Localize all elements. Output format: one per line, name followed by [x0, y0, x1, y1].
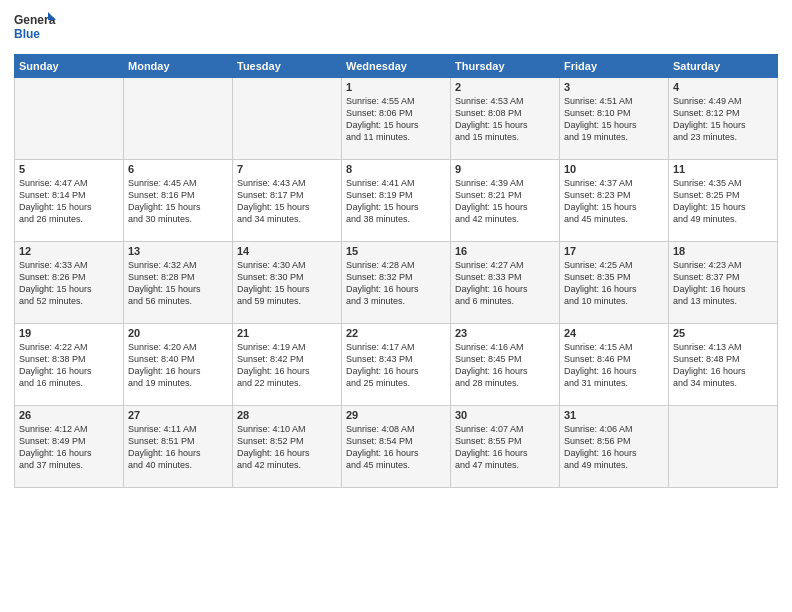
day-number: 26	[19, 409, 119, 421]
day-info: Sunrise: 4:35 AM Sunset: 8:25 PM Dayligh…	[673, 177, 773, 226]
day-cell: 10Sunrise: 4:37 AM Sunset: 8:23 PM Dayli…	[560, 160, 669, 242]
logo-svg: General Blue	[14, 10, 56, 46]
day-number: 10	[564, 163, 664, 175]
day-number: 2	[455, 81, 555, 93]
day-info: Sunrise: 4:17 AM Sunset: 8:43 PM Dayligh…	[346, 341, 446, 390]
day-cell: 5Sunrise: 4:47 AM Sunset: 8:14 PM Daylig…	[15, 160, 124, 242]
day-info: Sunrise: 4:13 AM Sunset: 8:48 PM Dayligh…	[673, 341, 773, 390]
day-info: Sunrise: 4:53 AM Sunset: 8:08 PM Dayligh…	[455, 95, 555, 144]
day-cell: 24Sunrise: 4:15 AM Sunset: 8:46 PM Dayli…	[560, 324, 669, 406]
day-info: Sunrise: 4:47 AM Sunset: 8:14 PM Dayligh…	[19, 177, 119, 226]
day-info: Sunrise: 4:11 AM Sunset: 8:51 PM Dayligh…	[128, 423, 228, 472]
day-cell: 25Sunrise: 4:13 AM Sunset: 8:48 PM Dayli…	[669, 324, 778, 406]
week-row-1: 1Sunrise: 4:55 AM Sunset: 8:06 PM Daylig…	[15, 78, 778, 160]
day-number: 13	[128, 245, 228, 257]
day-number: 20	[128, 327, 228, 339]
day-info: Sunrise: 4:08 AM Sunset: 8:54 PM Dayligh…	[346, 423, 446, 472]
day-number: 17	[564, 245, 664, 257]
day-number: 11	[673, 163, 773, 175]
day-number: 12	[19, 245, 119, 257]
day-info: Sunrise: 4:07 AM Sunset: 8:55 PM Dayligh…	[455, 423, 555, 472]
day-info: Sunrise: 4:39 AM Sunset: 8:21 PM Dayligh…	[455, 177, 555, 226]
day-cell: 2Sunrise: 4:53 AM Sunset: 8:08 PM Daylig…	[451, 78, 560, 160]
day-number: 23	[455, 327, 555, 339]
day-info: Sunrise: 4:06 AM Sunset: 8:56 PM Dayligh…	[564, 423, 664, 472]
day-cell: 3Sunrise: 4:51 AM Sunset: 8:10 PM Daylig…	[560, 78, 669, 160]
col-header-wednesday: Wednesday	[342, 55, 451, 78]
day-cell: 4Sunrise: 4:49 AM Sunset: 8:12 PM Daylig…	[669, 78, 778, 160]
day-cell: 6Sunrise: 4:45 AM Sunset: 8:16 PM Daylig…	[124, 160, 233, 242]
day-cell: 30Sunrise: 4:07 AM Sunset: 8:55 PM Dayli…	[451, 406, 560, 488]
col-header-saturday: Saturday	[669, 55, 778, 78]
day-number: 6	[128, 163, 228, 175]
day-cell: 11Sunrise: 4:35 AM Sunset: 8:25 PM Dayli…	[669, 160, 778, 242]
day-number: 24	[564, 327, 664, 339]
day-number: 3	[564, 81, 664, 93]
day-cell: 1Sunrise: 4:55 AM Sunset: 8:06 PM Daylig…	[342, 78, 451, 160]
day-cell	[669, 406, 778, 488]
day-cell: 29Sunrise: 4:08 AM Sunset: 8:54 PM Dayli…	[342, 406, 451, 488]
day-info: Sunrise: 4:45 AM Sunset: 8:16 PM Dayligh…	[128, 177, 228, 226]
logo: General Blue	[14, 10, 56, 46]
day-cell: 21Sunrise: 4:19 AM Sunset: 8:42 PM Dayli…	[233, 324, 342, 406]
day-number: 27	[128, 409, 228, 421]
col-header-monday: Monday	[124, 55, 233, 78]
day-number: 19	[19, 327, 119, 339]
day-number: 15	[346, 245, 446, 257]
day-cell: 14Sunrise: 4:30 AM Sunset: 8:30 PM Dayli…	[233, 242, 342, 324]
day-number: 8	[346, 163, 446, 175]
day-cell: 28Sunrise: 4:10 AM Sunset: 8:52 PM Dayli…	[233, 406, 342, 488]
day-number: 18	[673, 245, 773, 257]
day-number: 22	[346, 327, 446, 339]
col-header-thursday: Thursday	[451, 55, 560, 78]
day-info: Sunrise: 4:32 AM Sunset: 8:28 PM Dayligh…	[128, 259, 228, 308]
col-header-sunday: Sunday	[15, 55, 124, 78]
day-number: 29	[346, 409, 446, 421]
day-cell: 31Sunrise: 4:06 AM Sunset: 8:56 PM Dayli…	[560, 406, 669, 488]
calendar-table: SundayMondayTuesdayWednesdayThursdayFrid…	[14, 54, 778, 488]
day-number: 16	[455, 245, 555, 257]
day-info: Sunrise: 4:49 AM Sunset: 8:12 PM Dayligh…	[673, 95, 773, 144]
day-info: Sunrise: 4:20 AM Sunset: 8:40 PM Dayligh…	[128, 341, 228, 390]
day-number: 14	[237, 245, 337, 257]
col-header-tuesday: Tuesday	[233, 55, 342, 78]
day-cell: 19Sunrise: 4:22 AM Sunset: 8:38 PM Dayli…	[15, 324, 124, 406]
day-info: Sunrise: 4:10 AM Sunset: 8:52 PM Dayligh…	[237, 423, 337, 472]
week-row-3: 12Sunrise: 4:33 AM Sunset: 8:26 PM Dayli…	[15, 242, 778, 324]
day-info: Sunrise: 4:28 AM Sunset: 8:32 PM Dayligh…	[346, 259, 446, 308]
day-cell: 12Sunrise: 4:33 AM Sunset: 8:26 PM Dayli…	[15, 242, 124, 324]
day-info: Sunrise: 4:22 AM Sunset: 8:38 PM Dayligh…	[19, 341, 119, 390]
day-info: Sunrise: 4:41 AM Sunset: 8:19 PM Dayligh…	[346, 177, 446, 226]
day-cell	[124, 78, 233, 160]
week-row-2: 5Sunrise: 4:47 AM Sunset: 8:14 PM Daylig…	[15, 160, 778, 242]
day-cell: 15Sunrise: 4:28 AM Sunset: 8:32 PM Dayli…	[342, 242, 451, 324]
day-info: Sunrise: 4:25 AM Sunset: 8:35 PM Dayligh…	[564, 259, 664, 308]
day-number: 31	[564, 409, 664, 421]
day-info: Sunrise: 4:23 AM Sunset: 8:37 PM Dayligh…	[673, 259, 773, 308]
day-number: 5	[19, 163, 119, 175]
day-cell: 20Sunrise: 4:20 AM Sunset: 8:40 PM Dayli…	[124, 324, 233, 406]
day-cell: 9Sunrise: 4:39 AM Sunset: 8:21 PM Daylig…	[451, 160, 560, 242]
day-info: Sunrise: 4:16 AM Sunset: 8:45 PM Dayligh…	[455, 341, 555, 390]
day-cell: 18Sunrise: 4:23 AM Sunset: 8:37 PM Dayli…	[669, 242, 778, 324]
day-info: Sunrise: 4:55 AM Sunset: 8:06 PM Dayligh…	[346, 95, 446, 144]
header-row: SundayMondayTuesdayWednesdayThursdayFrid…	[15, 55, 778, 78]
week-row-5: 26Sunrise: 4:12 AM Sunset: 8:49 PM Dayli…	[15, 406, 778, 488]
day-info: Sunrise: 4:43 AM Sunset: 8:17 PM Dayligh…	[237, 177, 337, 226]
svg-text:Blue: Blue	[14, 27, 40, 41]
day-number: 9	[455, 163, 555, 175]
day-info: Sunrise: 4:19 AM Sunset: 8:42 PM Dayligh…	[237, 341, 337, 390]
day-number: 7	[237, 163, 337, 175]
header: General Blue	[14, 10, 778, 46]
day-number: 1	[346, 81, 446, 93]
day-cell: 7Sunrise: 4:43 AM Sunset: 8:17 PM Daylig…	[233, 160, 342, 242]
day-info: Sunrise: 4:33 AM Sunset: 8:26 PM Dayligh…	[19, 259, 119, 308]
day-number: 25	[673, 327, 773, 339]
day-number: 28	[237, 409, 337, 421]
day-cell: 26Sunrise: 4:12 AM Sunset: 8:49 PM Dayli…	[15, 406, 124, 488]
day-cell: 13Sunrise: 4:32 AM Sunset: 8:28 PM Dayli…	[124, 242, 233, 324]
day-cell	[15, 78, 124, 160]
week-row-4: 19Sunrise: 4:22 AM Sunset: 8:38 PM Dayli…	[15, 324, 778, 406]
day-info: Sunrise: 4:37 AM Sunset: 8:23 PM Dayligh…	[564, 177, 664, 226]
day-cell: 16Sunrise: 4:27 AM Sunset: 8:33 PM Dayli…	[451, 242, 560, 324]
